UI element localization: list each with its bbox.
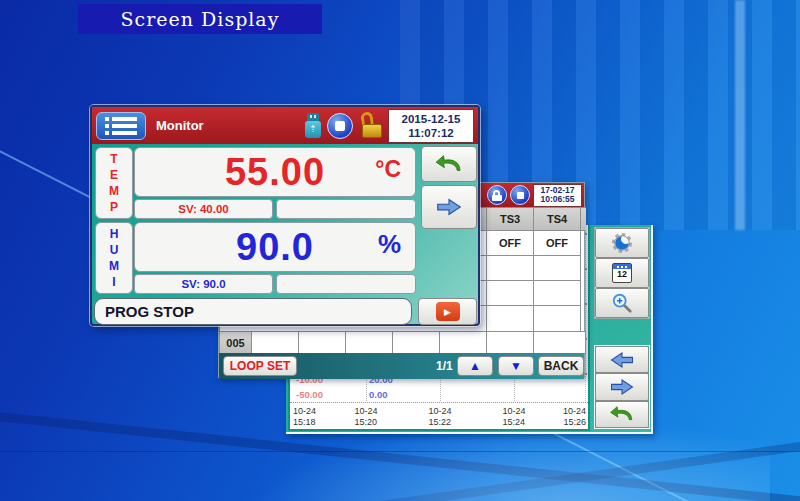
triangle-down-icon: ▼ bbox=[510, 359, 522, 373]
calendar-day-label: 12 bbox=[617, 269, 627, 280]
step-cell[interactable] bbox=[345, 331, 393, 354]
x-axis-label: 10-24 15:20 bbox=[354, 406, 377, 427]
page-right-button[interactable] bbox=[595, 373, 649, 400]
table-row-cell[interactable] bbox=[533, 255, 581, 281]
step-cell[interactable] bbox=[533, 331, 586, 354]
arrow-right-icon bbox=[434, 196, 464, 218]
temp-sv-box[interactable]: SV: 40.00 bbox=[134, 199, 273, 219]
zoom-button[interactable] bbox=[595, 288, 649, 318]
table-row-cell[interactable] bbox=[486, 255, 534, 281]
table-header-ts3: TS3 bbox=[486, 207, 534, 231]
table-header-ts4: TS4 bbox=[533, 207, 581, 231]
page-down-button[interactable]: ▼ bbox=[498, 356, 534, 376]
undo-icon bbox=[434, 153, 464, 175]
undo-icon bbox=[609, 404, 635, 424]
table-row-cell[interactable] bbox=[486, 305, 534, 332]
return-button[interactable] bbox=[595, 401, 649, 428]
background-bright-band bbox=[735, 0, 745, 230]
monitor-panel: Monitor ⇡ 2015-12-15 11:07:12 T E M P 55… bbox=[90, 105, 480, 326]
monitor-header: Monitor ⇡ 2015-12-15 11:07:12 bbox=[92, 107, 478, 144]
datetime-display: 2015-12-15 11:07:12 bbox=[388, 109, 474, 143]
y-axis-tick-blue: 0.00 bbox=[369, 389, 388, 400]
wallpaper: Screen Display -10.00 20.00 -50.00 0.00 … bbox=[0, 0, 800, 501]
date-text: 2015-12-15 bbox=[402, 112, 461, 126]
return-button[interactable] bbox=[421, 146, 477, 182]
run-button[interactable]: ▶ bbox=[418, 298, 477, 325]
banner: Screen Display bbox=[78, 4, 322, 34]
program-datetime: 17-02-17 10:06:55 bbox=[533, 184, 582, 207]
table-row-cell[interactable] bbox=[533, 305, 581, 332]
y-axis-tick-red: -50.00 bbox=[296, 389, 323, 400]
menu-button[interactable] bbox=[96, 112, 146, 140]
step-cell[interactable] bbox=[439, 331, 487, 354]
table-row-cell[interactable] bbox=[533, 280, 581, 306]
chart-axis-line bbox=[290, 402, 588, 403]
arrow-right-icon bbox=[608, 377, 636, 397]
play-icon: ▶ bbox=[436, 302, 460, 321]
page-up-button[interactable]: ▲ bbox=[457, 356, 493, 376]
usb-icon: ⇡ bbox=[305, 113, 321, 139]
side-button-group-bottom bbox=[594, 345, 650, 429]
page-left-button[interactable] bbox=[595, 346, 649, 373]
humi-sv-box[interactable]: SV: 90.0 bbox=[134, 274, 273, 294]
screen-title: Monitor bbox=[156, 118, 302, 133]
step-cell[interactable] bbox=[392, 331, 440, 354]
back-button[interactable]: BACK bbox=[538, 356, 584, 376]
x-axis-label: 10-24 15:18 bbox=[293, 406, 316, 427]
table-header bbox=[580, 207, 586, 231]
menu-icon bbox=[105, 117, 137, 121]
arrow-left-icon bbox=[608, 350, 636, 370]
temp-aux-box[interactable] bbox=[276, 199, 416, 219]
humi-unit: % bbox=[378, 229, 401, 260]
settings-button[interactable] bbox=[595, 228, 649, 258]
x-axis-label: 10-24 15:24 bbox=[502, 406, 525, 427]
status-bar: PROG STOP bbox=[94, 298, 412, 325]
unlock-icon[interactable] bbox=[360, 112, 384, 139]
x-axis-label: 10-24 15:22 bbox=[428, 406, 451, 427]
step-cell[interactable] bbox=[298, 331, 346, 354]
x-axis-label: 10-24 15:26 bbox=[563, 406, 586, 427]
calendar-icon: 12 bbox=[612, 263, 632, 283]
calendar-button[interactable]: 12 bbox=[595, 258, 649, 288]
step-number-cell[interactable]: 005 bbox=[219, 331, 252, 354]
lock-circle-icon[interactable] bbox=[487, 185, 507, 205]
gear-icon bbox=[611, 232, 633, 254]
zoom-in-icon bbox=[611, 292, 633, 314]
side-button-group-top: 12 bbox=[594, 227, 650, 319]
step-cell[interactable] bbox=[251, 331, 299, 354]
table-cell-ts3[interactable]: OFF bbox=[486, 230, 534, 256]
table-cell-ts4[interactable]: OFF bbox=[533, 230, 581, 256]
table-row-cell[interactable] bbox=[486, 280, 534, 306]
humi-value: 90.0 bbox=[135, 226, 415, 269]
humi-label: H U M I bbox=[95, 222, 133, 294]
temp-value-box[interactable]: 55.00 °C bbox=[134, 147, 416, 197]
temp-value: 55.00 bbox=[135, 151, 415, 194]
loop-set-button[interactable]: LOOP SET bbox=[223, 356, 297, 376]
program-footer: LOOP SET 1/1 ▲ ▼ BACK bbox=[219, 353, 584, 379]
time-text: 11:07:12 bbox=[408, 126, 453, 140]
background-diagonal-dark2 bbox=[0, 424, 800, 501]
humi-aux-box[interactable] bbox=[276, 274, 416, 294]
banner-title: Screen Display bbox=[121, 8, 280, 30]
stop-icon[interactable] bbox=[327, 113, 353, 139]
temp-label: T E M P bbox=[95, 147, 133, 219]
stop-circle-icon[interactable] bbox=[510, 185, 530, 205]
status-text: PROG STOP bbox=[105, 303, 194, 320]
background-hairline bbox=[0, 451, 800, 452]
triangle-up-icon: ▲ bbox=[469, 359, 481, 373]
temp-unit: °C bbox=[375, 156, 401, 183]
page-indicator: 1/1 bbox=[436, 359, 453, 373]
humi-value-box[interactable]: 90.0 % bbox=[134, 222, 416, 272]
step-cell[interactable] bbox=[486, 331, 534, 354]
next-screen-button[interactable] bbox=[421, 185, 477, 229]
